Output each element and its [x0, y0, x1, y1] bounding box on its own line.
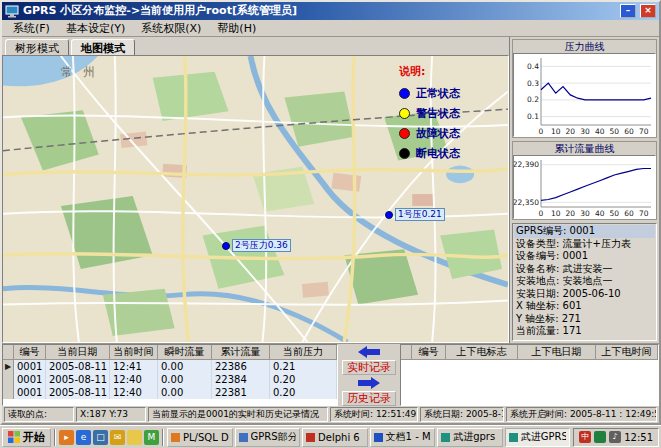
- map-pane: 树形模式地图模式: [2, 37, 510, 343]
- legend-label: 正常状态: [416, 86, 460, 101]
- table-cell[interactable]: 12:40: [110, 373, 158, 386]
- station-marker-icon[interactable]: [385, 211, 393, 219]
- start-button[interactable]: 开始: [2, 428, 51, 447]
- device-info-line[interactable]: 安装地点: 安装地点一: [514, 275, 655, 288]
- column-header[interactable]: 当前压力: [270, 345, 337, 360]
- taskbar-clock: 12:51: [624, 432, 653, 443]
- column-header[interactable]: 上下电时间: [596, 345, 658, 360]
- folder-icon[interactable]: [127, 430, 142, 445]
- table-cell[interactable]: 22381: [212, 386, 270, 399]
- column-header[interactable]: 当前时间: [110, 345, 158, 360]
- table-cell[interactable]: 0.20: [270, 386, 337, 399]
- record-switch-panel: 实时记录 历史记录: [338, 344, 400, 406]
- power-events-table[interactable]: 编号上下电标志上下电日期上下电时间: [400, 344, 659, 406]
- table-cell[interactable]: 12:40: [110, 386, 158, 399]
- svg-text:0.2: 0.2: [527, 95, 539, 104]
- transfer-right-arrow-icon[interactable]: [358, 377, 380, 389]
- device-info-line[interactable]: Y 轴坐标: 271: [514, 313, 655, 326]
- column-header[interactable]: 当前日期: [46, 345, 110, 360]
- map-view[interactable]: 常州 说明: 正常状态警告状态故障状态断电状态 2号压力0.361号压0.21: [2, 55, 509, 343]
- menu-item[interactable]: 基本设定(Y): [58, 20, 133, 37]
- legend-item: 故障状态: [399, 123, 504, 143]
- device-info-line[interactable]: 当前流量: 171: [514, 325, 655, 338]
- outlook-icon[interactable]: ✉: [110, 430, 125, 445]
- menu-item[interactable]: 系统权限(X): [133, 20, 209, 37]
- menu-item[interactable]: 系统(F): [5, 20, 58, 37]
- taskbar-task-button[interactable]: Delphi 6: [302, 428, 368, 447]
- status-dot-icon: [399, 128, 410, 139]
- tray-ime-icon[interactable]: 中: [579, 431, 591, 443]
- device-info-line[interactable]: 设备编号: 0001: [514, 250, 655, 263]
- table-cell[interactable]: 2005-08-11: [46, 360, 110, 373]
- flow-chart-panel: 累计流量曲线 22,39022,350010203040506070: [512, 141, 657, 220]
- table-cell[interactable]: 2005-08-11: [46, 373, 110, 386]
- table-cell[interactable]: 22386: [212, 360, 270, 373]
- main-area: 树形模式地图模式: [2, 37, 659, 343]
- taskbar-task-button[interactable]: 文档1 - Mic...: [370, 428, 436, 447]
- table-cell[interactable]: 0.00: [158, 386, 212, 399]
- device-info-list[interactable]: GPRS编号: 0001设备类型: 流量计+压力表设备编号: 0001设备名称:…: [512, 223, 657, 341]
- show-desktop-icon[interactable]: □: [93, 430, 108, 445]
- device-info-line[interactable]: 设备名称: 武进安装一: [514, 263, 655, 276]
- column-header[interactable]: 瞬时流量: [158, 345, 212, 360]
- table-cell[interactable]: 0001: [14, 386, 46, 399]
- realtime-record-button[interactable]: 实时记录: [342, 360, 396, 375]
- station-marker-label: 1号压0.21: [395, 208, 445, 221]
- status-dot-icon: [399, 148, 410, 159]
- column-header[interactable]: 累计流量: [212, 345, 270, 360]
- status-segment: 当前显示的是0001的实时和历史记录情况: [148, 407, 328, 422]
- table-cell[interactable]: 12:41: [110, 360, 158, 373]
- taskbar-task-button[interactable]: GPRS部分...: [235, 428, 301, 447]
- taskbar-task-button[interactable]: 武进GPRS...: [505, 428, 571, 447]
- device-info-line[interactable]: X 轴坐标: 601: [514, 300, 655, 313]
- svg-text:40: 40: [595, 209, 605, 218]
- svg-text:22,350: 22,350: [514, 198, 539, 207]
- column-header[interactable]: 编号: [412, 345, 446, 360]
- table-cell[interactable]: 0.21: [270, 360, 337, 373]
- station-marker-icon[interactable]: [222, 242, 230, 250]
- mode-tab[interactable]: 地图模式: [71, 39, 135, 55]
- title-bar[interactable]: GPRS 小区分布监控->当前使用用户root[系统管理员] – ×: [2, 2, 659, 20]
- column-header[interactable]: 上下电标志: [446, 345, 518, 360]
- device-info-line[interactable]: 设备类型: 流量计+压力表: [514, 238, 655, 251]
- device-info-line[interactable]: 安装日期: 2005-06-10: [514, 288, 655, 301]
- menu-item[interactable]: 帮助(H): [209, 20, 264, 37]
- table-cell[interactable]: 0001: [14, 373, 46, 386]
- column-header[interactable]: 上下电日期: [518, 345, 596, 360]
- realtime-table[interactable]: 编号当前日期当前时间瞬时流量累计流量当前压力▶00012005-08-1112:…: [2, 344, 338, 406]
- status-dot-icon: [399, 88, 410, 99]
- task-label: 武进GPRS...: [521, 430, 567, 444]
- task-label: 文档1 - Mic...: [386, 430, 432, 444]
- svg-text:10: 10: [551, 209, 561, 218]
- mode-tab[interactable]: 树形模式: [5, 39, 69, 55]
- menu-bar: 系统(F)基本设定(Y)系统权限(X)帮助(H): [2, 20, 659, 37]
- tray-volume-icon[interactable]: ♪: [609, 431, 621, 443]
- status-segment: 系统时间: 12:51:49: [330, 407, 418, 422]
- pressure-chart-plot: 0.40.30.20.1010203040506070: [513, 53, 656, 137]
- device-info-line[interactable]: GPRS编号: 0001: [514, 225, 655, 238]
- ie-icon[interactable]: e: [76, 430, 91, 445]
- tray-network-icon[interactable]: [594, 431, 606, 443]
- table-cell[interactable]: 22384: [212, 373, 270, 386]
- table-cell[interactable]: 0.00: [158, 373, 212, 386]
- taskbar-task-button[interactable]: PL/SQL Dev...: [167, 428, 233, 447]
- transfer-left-arrow-icon[interactable]: [358, 346, 380, 358]
- table-cell[interactable]: 0.20: [270, 373, 337, 386]
- table-cell[interactable]: 0001: [14, 360, 46, 373]
- status-segment: 系统日期: 2005-8-11: [420, 407, 504, 422]
- svg-text:0.3: 0.3: [527, 79, 539, 88]
- close-button[interactable]: ×: [640, 4, 656, 18]
- history-record-button[interactable]: 历史记录: [342, 391, 396, 406]
- svg-text:30: 30: [580, 127, 590, 136]
- media-player-icon[interactable]: ▸: [59, 430, 74, 445]
- table-cell[interactable]: 0.00: [158, 360, 212, 373]
- taskbar-task-button[interactable]: 武进gprs: [437, 428, 503, 447]
- minimize-button[interactable]: –: [620, 4, 636, 18]
- task-app-icon: [306, 433, 315, 442]
- legend-item: 正常状态: [399, 83, 504, 103]
- msn-icon[interactable]: M: [144, 430, 159, 445]
- legend-item: 断电状态: [399, 143, 504, 163]
- task-label: GPRS部分...: [251, 430, 297, 444]
- column-header[interactable]: 编号: [14, 345, 46, 360]
- table-cell[interactable]: 2005-08-11: [46, 386, 110, 399]
